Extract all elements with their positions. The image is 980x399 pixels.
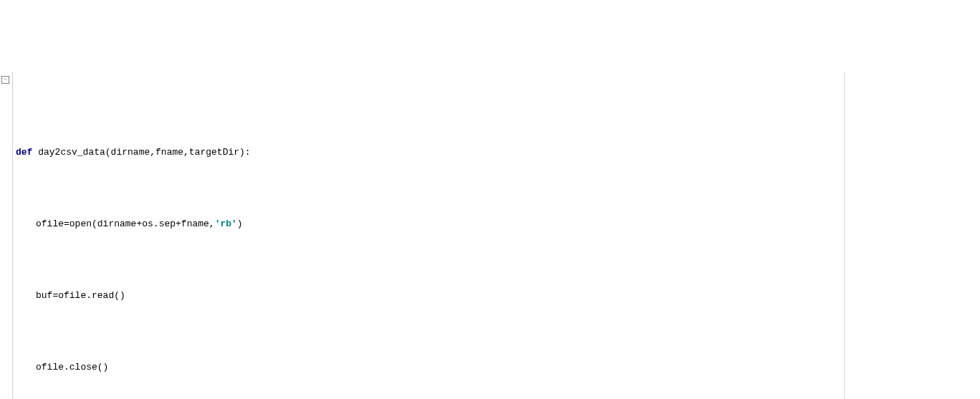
fold-icon[interactable] xyxy=(1,76,9,84)
code-line[interactable]: ofile.close() xyxy=(16,358,980,376)
code-line[interactable]: ofile=open(dirname+os.sep+fname,'rb') xyxy=(16,215,980,233)
keyword-def: def xyxy=(16,147,32,158)
code-line[interactable]: def day2csv_data(dirname,fname,targetDir… xyxy=(16,143,980,161)
fold-gutter xyxy=(0,72,13,399)
code-area[interactable]: def day2csv_data(dirname,fname,targetDir… xyxy=(13,72,980,399)
margin-guide xyxy=(844,72,845,399)
function-signature: day2csv_data(dirname,fname,targetDir): xyxy=(32,147,250,158)
code-editor[interactable]: def day2csv_data(dirname,fname,targetDir… xyxy=(0,72,980,399)
code-line[interactable]: buf=ofile.read() xyxy=(16,287,980,304)
